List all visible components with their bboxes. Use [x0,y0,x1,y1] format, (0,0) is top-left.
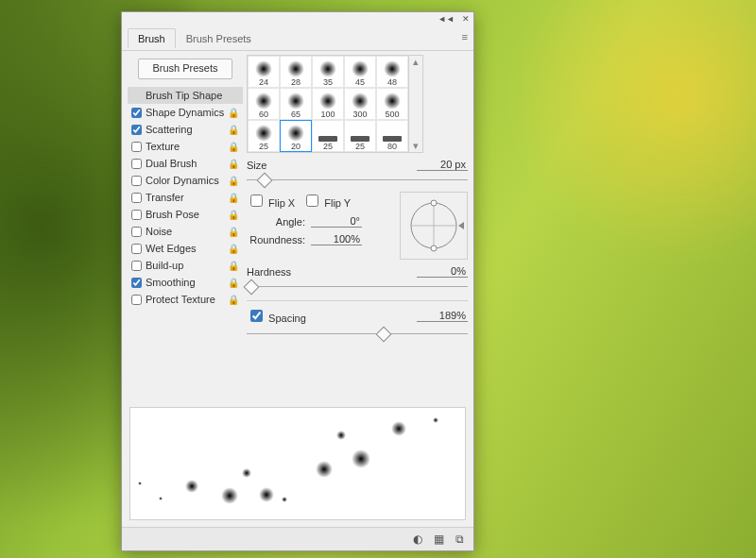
brush-tip-cell[interactable]: 45 [344,56,376,88]
brush-tip-cell[interactable]: 100 [312,88,344,120]
lock-icon[interactable]: 🔒 [228,142,239,152]
lock-icon[interactable]: 🔒 [228,125,239,135]
lock-icon[interactable]: 🔒 [228,261,239,271]
option-checkbox[interactable] [131,278,142,288]
lock-icon[interactable]: 🔒 [228,278,239,288]
spacing-checkbox[interactable]: Spacing [247,307,306,325]
sidebar-item-brush-tip-shape[interactable]: Brush Tip Shape [128,87,243,104]
option-checkbox[interactable] [131,193,142,203]
flip-x-checkbox[interactable]: Flip X [247,192,295,210]
grid-scrollbar[interactable]: ▴▾ [409,55,423,153]
hardness-label: Hardness [247,266,291,278]
sidebar-item-shape-dynamics[interactable]: Shape Dynamics🔒 [128,104,243,121]
spacing-value[interactable]: 189% [417,310,468,322]
option-checkbox[interactable] [131,142,142,152]
brush-tip-grid: 242835454860651003005002520252580 [247,55,409,153]
brush-presets-button[interactable]: Brush Presets [138,59,232,79]
angle-value[interactable]: 0° [311,215,362,228]
spacing-slider[interactable] [247,327,468,342]
angle-wheel[interactable] [400,192,468,260]
sidebar-item-scattering[interactable]: Scattering🔒 [128,121,243,138]
brush-settings-main: 242835454860651003005002520252580 ▴▾ Siz… [243,51,473,406]
option-checkbox[interactable] [131,159,142,169]
option-label: Protect Texture [146,294,228,305]
sidebar-item-protect-texture[interactable]: Protect Texture🔒 [128,291,243,308]
brush-tip-cell[interactable]: 35 [312,56,344,88]
sidebar-item-texture[interactable]: Texture🔒 [128,138,243,155]
size-label: Size [247,160,266,171]
sidebar-item-smoothing[interactable]: Smoothing🔒 [128,274,243,291]
lock-icon[interactable]: 🔒 [228,210,239,220]
brush-tip-cell[interactable]: 24 [248,56,280,88]
brush-tip-cell[interactable]: 25 [312,120,344,152]
sidebar-item-wet-edges[interactable]: Wet Edges🔒 [128,240,243,257]
hardness-slider[interactable] [247,279,468,295]
brush-tip-cell[interactable]: 48 [376,56,408,88]
option-checkbox[interactable] [131,244,142,254]
lock-icon[interactable]: 🔒 [228,244,239,254]
option-label: Noise [146,226,228,237]
option-label: Build-up [146,260,228,271]
option-label: Smoothing [146,277,228,288]
new-brush-icon[interactable]: ▦ [434,533,444,546]
sidebar-item-dual-brush[interactable]: Dual Brush🔒 [128,155,243,172]
option-checkbox[interactable] [131,176,142,186]
options-sidebar: Brush Presets Brush Tip ShapeShape Dynam… [122,51,243,406]
option-checkbox[interactable] [131,210,142,220]
collapse-icon[interactable]: ◄◄ [438,14,455,24]
option-checkbox[interactable] [131,261,142,271]
brush-tip-cell[interactable]: 65 [280,88,312,120]
option-checkbox[interactable] [131,125,142,135]
option-label: Brush Pose [146,209,228,220]
option-label: Texture [146,141,228,152]
sidebar-item-brush-pose[interactable]: Brush Pose🔒 [128,206,243,223]
brush-tip-cell[interactable]: 25 [344,120,376,152]
create-preset-icon[interactable]: ⧉ [455,533,464,546]
brush-tip-cell[interactable]: 28 [280,56,312,88]
tab-brush-presets[interactable]: Brush Presets [176,28,262,48]
lock-icon[interactable]: 🔒 [228,295,239,305]
hardness-value[interactable]: 0% [417,265,468,278]
flip-y-label: Flip Y [324,197,351,209]
brush-tip-cell[interactable]: 500 [376,88,408,120]
panel-menu-icon[interactable]: ≡ [462,31,468,42]
flip-y-checkbox[interactable]: Flip Y [302,192,351,210]
tab-brush[interactable]: Brush [128,28,176,48]
brush-tip-cell[interactable]: 20 [280,120,312,152]
spacing-label: Spacing [268,313,306,324]
lock-icon[interactable]: 🔒 [228,159,239,169]
option-label: Scattering [146,124,228,135]
brush-tip-cell[interactable]: 80 [376,120,408,152]
toggle-preview-icon[interactable]: ◐ [413,533,422,546]
brush-panel: ◄◄ ✕ Brush Brush Presets ≡ Brush Presets… [121,11,474,551]
svg-marker-5 [458,222,464,229]
roundness-value[interactable]: 100% [311,233,362,245]
flip-x-label: Flip X [268,197,295,209]
size-value[interactable]: 20 px [417,159,468,171]
brush-tip-cell[interactable]: 60 [248,88,280,120]
panel-titlebar: ◄◄ ✕ [122,12,473,25]
option-checkbox[interactable] [131,295,142,305]
lock-icon[interactable]: 🔒 [228,108,239,118]
option-label: Color Dynamics [146,175,228,186]
brush-tip-cell[interactable]: 300 [344,88,376,120]
lock-icon[interactable]: 🔒 [228,176,239,186]
sidebar-item-color-dynamics[interactable]: Color Dynamics🔒 [128,172,243,189]
sidebar-item-noise[interactable]: Noise🔒 [128,223,243,240]
close-icon[interactable]: ✕ [462,14,470,24]
option-label: Brush Tip Shape [146,90,239,101]
panel-footer: ◐ ▦ ⧉ [122,527,473,550]
option-label: Dual Brush [146,158,228,169]
lock-icon[interactable]: 🔒 [228,227,239,237]
size-slider[interactable] [247,173,468,188]
option-label: Wet Edges [146,243,228,254]
angle-label: Angle: [247,216,311,228]
option-checkbox[interactable] [131,108,142,118]
brush-tip-cell[interactable]: 25 [248,120,280,152]
roundness-label: Roundness: [247,234,311,245]
sidebar-item-transfer[interactable]: Transfer🔒 [128,189,243,206]
option-checkbox[interactable] [131,227,142,237]
tab-strip: Brush Brush Presets ≡ [122,25,473,51]
sidebar-item-build-up[interactable]: Build-up🔒 [128,257,243,274]
lock-icon[interactable]: 🔒 [228,193,239,203]
